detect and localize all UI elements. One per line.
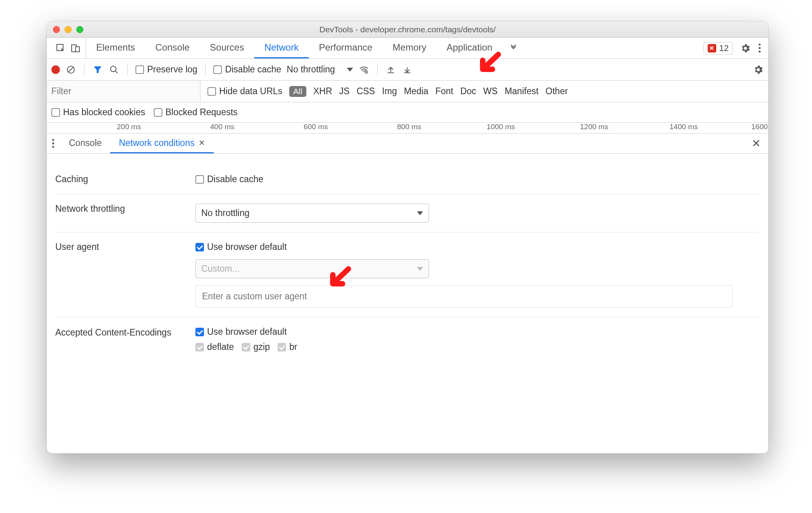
encoding-gzip-checkbox: gzip [242, 342, 270, 352]
svg-rect-2 [76, 47, 79, 52]
error-counter[interactable]: ✕ 12 [703, 42, 733, 54]
ua-use-default-checkbox[interactable]: Use browser default [195, 242, 287, 252]
tab-performance[interactable]: Performance [309, 38, 382, 58]
search-icon[interactable] [109, 64, 120, 75]
hide-data-urls-checkbox[interactable]: Hide data URLs [207, 86, 282, 97]
filter-type-ws[interactable]: WS [483, 86, 497, 97]
encodings-use-default-checkbox[interactable]: Use browser default [195, 327, 287, 337]
filter-type-other[interactable]: Other [545, 86, 568, 97]
settings-gear-icon[interactable] [740, 43, 751, 54]
window-title: DevTools - developer.chrome.com/tags/dev… [47, 25, 768, 34]
throttling-select[interactable]: No throttling [287, 64, 353, 75]
filter-type-doc[interactable]: Doc [460, 86, 476, 97]
network-settings-gear-icon[interactable] [753, 64, 764, 75]
dropdown-icon [417, 211, 423, 215]
more-options-icon[interactable] [758, 43, 761, 53]
timeline-tick: 200 ms [117, 123, 141, 131]
drawer-tab-console[interactable]: Console [60, 134, 110, 153]
disable-cache-checkbox-drawer[interactable]: Disable cache [195, 174, 263, 184]
timeline-tick: 800 ms [397, 123, 421, 131]
timeline-tick: 1400 ms [670, 123, 698, 131]
filter-bar: Hide data URLs All XHR JS CSS Img Media … [47, 81, 768, 102]
tab-sources[interactable]: Sources [200, 38, 254, 58]
filter-type-js[interactable]: JS [339, 86, 350, 97]
network-conditions-panel: Caching Disable cache Network throttling… [47, 154, 768, 453]
svg-line-4 [69, 67, 73, 72]
inspect-element-icon[interactable] [55, 43, 66, 54]
filter-type-font[interactable]: Font [435, 86, 453, 97]
timeline-tick: 1000 ms [487, 123, 515, 131]
drawer-more-icon[interactable] [51, 138, 55, 149]
filter-input[interactable] [47, 81, 200, 102]
filter-type-media[interactable]: Media [404, 86, 429, 97]
dropdown-icon [417, 267, 423, 271]
section-caching: Caching Disable cache [55, 165, 760, 194]
filter-type-img[interactable]: Img [382, 86, 397, 97]
filter-type-css[interactable]: CSS [357, 86, 375, 97]
timeline-tick: 1200 ms [580, 123, 608, 131]
error-count: 12 [719, 43, 729, 53]
filter-type-all[interactable]: All [289, 86, 306, 97]
filter-type-xhr[interactable]: XHR [313, 86, 332, 97]
tab-application[interactable]: Application [436, 38, 502, 58]
has-blocked-cookies-checkbox[interactable]: Has blocked cookies [51, 107, 145, 118]
upload-har-icon[interactable] [385, 64, 396, 75]
encodings-label: Accepted Content-Encodings [55, 327, 195, 339]
main-tabstrip: Elements Console Sources Network Perform… [47, 38, 768, 59]
caching-label: Caching [55, 174, 195, 184]
timeline-tick: 400 ms [210, 123, 234, 131]
tabs-overflow-icon[interactable] [503, 38, 524, 58]
throttling-label: Network throttling [55, 204, 195, 214]
close-tab-icon[interactable]: ✕ [199, 138, 205, 148]
encoding-br-checkbox: br [278, 342, 297, 352]
waterfall-overview[interactable]: 200 ms 400 ms 600 ms 800 ms 1000 ms 1200… [47, 123, 768, 134]
tab-network[interactable]: Network [254, 38, 309, 58]
svg-line-6 [115, 71, 118, 73]
record-button[interactable] [51, 65, 60, 74]
drawer-tabstrip: Console Network conditions ✕ ✕ [47, 134, 768, 154]
section-throttling: Network throttling No throttling [55, 194, 760, 232]
section-user-agent: User agent Use browser default Custom... [55, 232, 760, 317]
disable-cache-checkbox[interactable]: Disable cache [213, 64, 281, 75]
filter-type-manifest[interactable]: Manifest [504, 86, 538, 97]
encoding-deflate-checkbox: deflate [195, 342, 234, 352]
tab-console[interactable]: Console [145, 38, 200, 58]
clear-button[interactable] [65, 64, 76, 75]
timeline-tick: 600 ms [304, 123, 328, 131]
preserve-log-checkbox[interactable]: Preserve log [135, 64, 197, 75]
ua-custom-input [195, 285, 733, 307]
download-har-icon[interactable] [402, 64, 413, 75]
user-agent-label: User agent [55, 242, 195, 252]
blocked-requests-checkbox[interactable]: Blocked Requests [154, 107, 237, 118]
toggle-device-toolbar-icon[interactable] [70, 43, 81, 54]
timeline-tick: 1600 ms [751, 123, 768, 134]
throttling-select-drawer[interactable]: No throttling [195, 204, 429, 223]
dropdown-icon [347, 68, 353, 72]
tab-memory[interactable]: Memory [383, 38, 437, 58]
filter-toggle-icon[interactable] [92, 64, 103, 75]
section-encodings: Accepted Content-Encodings Use browser d… [55, 317, 760, 362]
ua-custom-select: Custom... [195, 259, 429, 278]
devtools-window: DevTools - developer.chrome.com/tags/dev… [47, 21, 768, 453]
error-icon: ✕ [708, 44, 716, 53]
network-conditions-icon[interactable] [359, 64, 369, 75]
svg-point-5 [111, 66, 116, 72]
tab-elements[interactable]: Elements [86, 38, 145, 58]
network-toolbar: Preserve log Disable cache No throttling [47, 59, 768, 81]
titlebar: DevTools - developer.chrome.com/tags/dev… [47, 21, 768, 38]
filter-bar-secondary: Has blocked cookies Blocked Requests [47, 102, 768, 123]
close-drawer-icon[interactable]: ✕ [749, 137, 764, 150]
drawer-tab-network-conditions[interactable]: Network conditions ✕ [110, 134, 213, 153]
